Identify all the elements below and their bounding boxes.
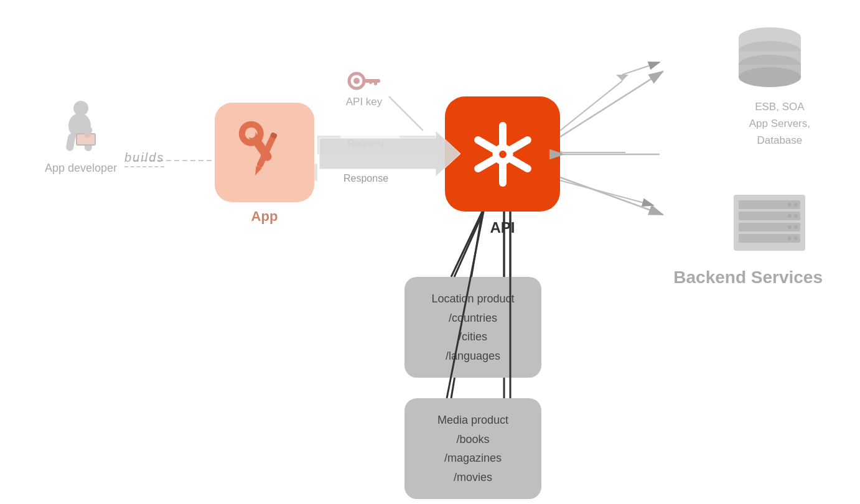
database-icon (729, 25, 810, 87)
svg-line-71 (560, 177, 663, 215)
svg-point-59 (794, 203, 798, 207)
diagram-container: Request Response App developer builds (0, 0, 860, 504)
builds-label: builds (124, 151, 164, 167)
svg-point-45 (499, 151, 507, 158)
esb-label: ESB, SOAApp Servers,Database (749, 98, 810, 149)
svg-point-58 (788, 203, 792, 207)
svg-point-62 (788, 225, 792, 229)
svg-marker-8 (616, 75, 629, 81)
api-box (445, 96, 560, 212)
tools-icon (230, 118, 299, 187)
svg-point-61 (794, 214, 798, 218)
api-key-label: API key (346, 96, 383, 108)
svg-marker-5 (317, 136, 460, 163)
request-label: Request (347, 138, 385, 149)
svg-point-63 (794, 225, 798, 229)
developer-label: App developer (45, 162, 117, 175)
api-key-area: API key (345, 67, 383, 108)
location-product-box: Location product/countries/cities/langua… (404, 277, 541, 378)
svg-point-64 (788, 236, 792, 240)
api-label: API (445, 219, 560, 236)
svg-line-69 (560, 72, 663, 137)
app-label: App (215, 208, 314, 225)
app-developer-area: App developer (31, 100, 131, 175)
app-box (215, 103, 314, 202)
svg-rect-20 (65, 133, 76, 152)
svg-line-1 (389, 96, 423, 131)
media-box-text: Media product/books/magazines/movies (414, 411, 531, 487)
svg-rect-35 (374, 79, 377, 85)
svg-line-9 (622, 62, 660, 75)
api-key-icon (345, 67, 383, 93)
svg-point-65 (794, 236, 798, 240)
svg-rect-25 (77, 134, 95, 144)
api-asterisk-icon (462, 114, 543, 195)
backend-services-label: Backend Services (673, 268, 823, 287)
svg-line-11 (560, 180, 653, 205)
svg-marker-68 (319, 131, 460, 177)
svg-point-60 (788, 214, 792, 218)
svg-rect-36 (369, 79, 372, 84)
location-box-text: Location product/countries/cities/langua… (414, 289, 531, 365)
media-product-box: Media product/books/magazines/movies (404, 398, 541, 499)
response-label: Response (344, 173, 388, 184)
svg-line-7 (560, 81, 622, 131)
developer-icon (56, 100, 106, 156)
svg-point-33 (353, 78, 360, 84)
svg-point-52 (739, 67, 801, 87)
server-rack-icon (727, 192, 811, 254)
